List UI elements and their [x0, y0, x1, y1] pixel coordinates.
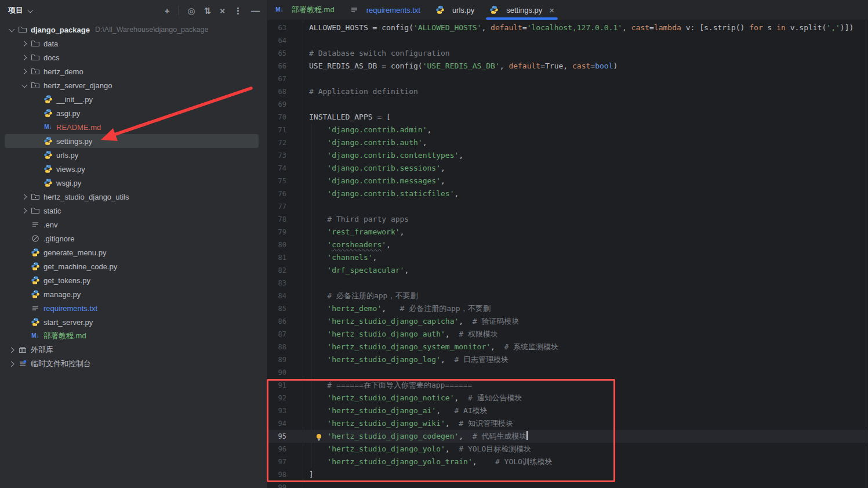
code-line-64[interactable]: 64 [267, 34, 868, 47]
tree-item-hertz_demo[interactable]: hertz_demo [0, 64, 267, 78]
line-number: 81 [267, 251, 286, 264]
code-line-94[interactable]: 94 'hertz_studio_django_wiki', # 知识管理模块 [267, 417, 868, 430]
code-line-91[interactable]: 91 # ======在下面导入你需要的app====== [267, 379, 868, 392]
tree-item-get_machine_code.py[interactable]: get_machine_code.py [0, 259, 267, 273]
tree-item-data[interactable]: data [0, 37, 267, 50]
chevron-right-icon[interactable] [20, 67, 29, 76]
code-line-72[interactable]: 72 'django.contrib.auth', [267, 136, 868, 149]
code-line-81[interactable]: 81 'channels', [267, 251, 868, 264]
locate-file-icon[interactable]: ◎ [188, 6, 195, 15]
code-line-82[interactable]: 82 'drf_spectacular', [267, 264, 868, 277]
collapse-all-icon[interactable]: × [220, 6, 225, 15]
package-icon [31, 67, 40, 76]
tree-item-部署教程.md[interactable]: M↓部署教程.md [0, 329, 267, 343]
add-icon[interactable]: + [165, 6, 170, 15]
tree-item-.gitignore[interactable]: .gitignore [0, 232, 267, 245]
tree-item-.env[interactable]: .env [0, 218, 267, 232]
code-line-69[interactable]: 69 [267, 98, 868, 111]
ignore-icon [31, 234, 40, 243]
code-line-98[interactable]: 98] [267, 468, 868, 481]
chevron-right-icon[interactable] [20, 39, 29, 48]
tree-item-urls.py[interactable]: urls.py [0, 148, 267, 162]
chevron-down-icon[interactable] [20, 81, 29, 90]
code-line-78[interactable]: 78 # Third party apps [267, 213, 868, 226]
code-text: 'channels', [309, 251, 868, 264]
chevron-right-icon[interactable] [7, 359, 16, 368]
code-line-96[interactable]: 96 'hertz_studio_django_yolo', # YOLO目标检… [267, 443, 868, 456]
code-line-63[interactable]: 63ALLOWED_HOSTS = config('ALLOWED_HOSTS'… [267, 21, 868, 34]
toolbar-separator [179, 6, 179, 15]
tree-item-label: requirements.txt [43, 304, 97, 313]
tree-item-start_server.py[interactable]: start_server.py [0, 315, 267, 329]
expand-all-icon[interactable]: ⇅ [204, 6, 212, 15]
hide-panel-icon[interactable]: — [251, 6, 260, 15]
tree-item-README.md[interactable]: M↓README.md [0, 120, 267, 134]
tree-item-label: generate_menu.py [43, 248, 106, 257]
tree-item-requirements.txt[interactable]: requirements.txt [0, 301, 267, 315]
code-line-71[interactable]: 71 'django.contrib.admin', [267, 124, 868, 136]
tree-item-generate_menu.py[interactable]: generate_menu.py [0, 245, 267, 259]
code-line-68[interactable]: 68# Application definition [267, 85, 868, 98]
tab-requirements.txt[interactable]: requirements.txt [342, 0, 428, 20]
code-line-87[interactable]: 87 'hertz_studio_django_auth', # 权限模块 [267, 328, 868, 341]
tab-settings.py[interactable]: settings.py× [482, 0, 562, 20]
code-line-92[interactable]: 92 'hertz_studio_django_notice', # 通知公告模… [267, 392, 868, 404]
code-line-93[interactable]: 93 'hertz_studio_django_ai', # AI模块 [267, 404, 868, 417]
code-text: 'hertz_studio_django_notice', # 通知公告模块 [309, 392, 868, 404]
code-line-65[interactable]: 65# Database switch configuration [267, 47, 868, 60]
code-line-99[interactable]: 99 [267, 481, 868, 488]
code-line-77[interactable]: 77 [267, 200, 868, 213]
line-number: 89 [267, 353, 286, 366]
tree-item-临时文件和控制台[interactable]: 临时文件和控制台 [0, 357, 267, 371]
code-editor[interactable]: 63ALLOWED_HOSTS = config('ALLOWED_HOSTS'… [267, 20, 868, 488]
code-line-66[interactable]: 66USE_REDIS_AS_DB = config('USE_REDIS_AS… [267, 60, 868, 73]
code-line-73[interactable]: 73 'django.contrib.contenttypes', [267, 149, 868, 162]
tree-item-__init__.py[interactable]: __init__.py [0, 92, 267, 106]
tree-item-label: .env [43, 220, 58, 229]
tree-item-static[interactable]: static [0, 204, 267, 218]
code-line-67[interactable]: 67 [267, 73, 868, 85]
tab-部署教程.md[interactable]: M↓部署教程.md [267, 0, 342, 20]
python-icon [31, 248, 40, 257]
close-tab-icon[interactable]: × [549, 6, 554, 15]
code-line-88[interactable]: 88 'hertz_studio_django_system_monitor',… [267, 341, 868, 353]
line-number: 76 [267, 187, 286, 200]
chevron-down-icon[interactable] [7, 25, 16, 34]
chevron-right-icon[interactable] [20, 53, 29, 62]
tree-item-views.py[interactable]: views.py [0, 162, 267, 176]
tree-item-docs[interactable]: docs [0, 50, 267, 64]
tree-item-get_tokens.py[interactable]: get_tokens.py [0, 273, 267, 287]
code-line-79[interactable]: 79 'rest_framework', [267, 226, 868, 238]
tree-item-hertz_server_django[interactable]: hertz_server_django [0, 78, 267, 92]
code-line-75[interactable]: 75 'django.contrib.messages', [267, 175, 868, 187]
tree-item-wsgi.py[interactable]: wsgi.py [0, 176, 267, 190]
tree-item-hertz_studio_django_utils[interactable]: hertz_studio_django_utils [0, 190, 267, 204]
code-line-97[interactable]: 97 'hertz_studio_django_yolo_train', # Y… [267, 456, 868, 468]
tree-indent [32, 109, 42, 118]
chevron-down-icon[interactable] [26, 6, 35, 15]
tree-item-django_package[interactable]: django_packageD:\All_Warehouse\django_pa… [0, 23, 267, 37]
more-options-icon[interactable]: ⋮ [234, 6, 242, 15]
tab-urls.py[interactable]: urls.py [428, 0, 482, 20]
line-number: 91 [267, 379, 286, 392]
tree-item-settings.py[interactable]: settings.py [5, 134, 259, 148]
code-line-86[interactable]: 86 'hertz_studio_django_captcha', # 验证码模… [267, 315, 868, 328]
code-line-83[interactable]: 83 [267, 277, 868, 290]
chevron-right-icon[interactable] [7, 345, 16, 355]
code-line-74[interactable]: 74 'django.contrib.sessions', [267, 162, 868, 175]
code-line-84[interactable]: 84 # 必备注册的app，不要删 [267, 290, 868, 302]
code-line-89[interactable]: 89 'hertz_studio_django_log', # 日志管理模块 [267, 353, 868, 366]
code-line-90[interactable]: 90 [267, 366, 868, 379]
chevron-right-icon[interactable] [20, 206, 29, 215]
tree-item-外部库[interactable]: 外部库 [0, 343, 267, 357]
code-line-85[interactable]: 85 'hertz_demo', # 必备注册的app，不要删 [267, 302, 868, 315]
line-number: 65 [267, 47, 286, 60]
tree-item-manage.py[interactable]: manage.py [0, 287, 267, 301]
code-line-80[interactable]: 80 'corsheaders', [267, 238, 868, 251]
code-line-76[interactable]: 76 'django.contrib.staticfiles', [267, 187, 868, 200]
chevron-right-icon[interactable] [20, 192, 29, 201]
code-line-70[interactable]: 70INSTALLED_APPS = [ [267, 111, 868, 124]
tree-item-asgi.py[interactable]: asgi.py [0, 106, 267, 120]
tree-indent [20, 234, 29, 243]
code-line-95[interactable]: 95 'hertz_studio_django_codegen', # 代码生成… [267, 430, 868, 443]
